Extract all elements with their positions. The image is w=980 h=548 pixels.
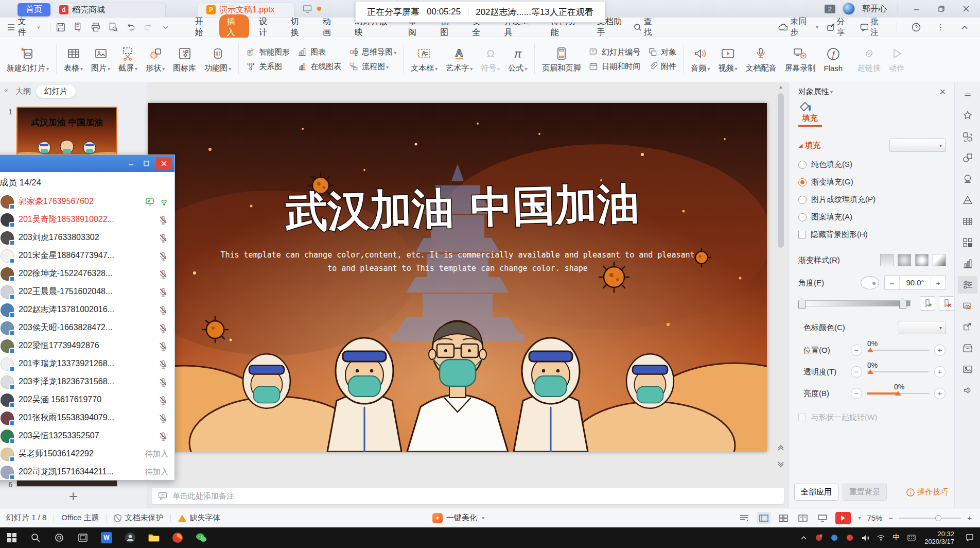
ribbon-screen-record-button[interactable]: 屏幕录制 [781,44,819,75]
ribbon-textbox-button[interactable]: A 文本框▾ [407,44,441,75]
slider-thumb[interactable] [867,348,873,352]
gradient-swatch-linear[interactable] [880,254,894,266]
undo-button[interactable] [123,20,138,35]
member-row[interactable]: 202司龙凯15716344211...待加入 [0,463,174,481]
close-panel-icon[interactable]: ✕ [939,87,946,97]
find-button[interactable]: 查找 [634,16,658,38]
tab-docer-mall[interactable]: d 稻壳商城 [50,3,166,17]
ribbon-slide-number-button[interactable]: # 幻灯片编号 [588,47,640,57]
window-count-badge[interactable]: 2 [825,5,835,13]
gradient-track[interactable] [798,300,911,306]
member-row[interactable]: 202梁恒17739492876 [0,337,174,355]
beautify-button[interactable]: ✦ 一键美化 ▾ [432,513,484,523]
close-button[interactable] [156,158,171,170]
notes-toggle-button[interactable] [738,512,751,524]
muted-mic-icon[interactable] [158,287,168,297]
tray-app1-icon[interactable] [811,527,827,548]
ribbon-image-button[interactable]: 图片▾ [87,44,114,75]
start-button[interactable] [0,527,24,548]
menu-item-插入[interactable]: 插入 [219,14,249,40]
muted-mic-icon[interactable] [158,251,168,261]
gradient-swatch-corner[interactable] [933,254,946,266]
sync-status-button[interactable]: 未同步 ▾ [778,16,818,38]
option-solid-fill[interactable]: 纯色填充(S) [798,160,946,169]
plus-button[interactable]: + [934,388,946,399]
drag-handle-icon[interactable] [958,86,977,104]
ribbon-new-slide-button[interactable]: 新建幻灯片▾ [3,44,52,75]
section-collapse-icon[interactable]: ◢ [798,142,802,149]
ribbon-smart-graphic-button[interactable]: 智能图形 [246,47,290,57]
minus-button[interactable]: − [851,388,862,399]
monitor-icon[interactable] [303,5,312,13]
ribbon-online-chart-button[interactable]: 在线图表 [297,61,341,72]
member-row[interactable]: 202吴涵 15617619770 [0,391,174,409]
ribbon-voiceover-button[interactable]: 文档配音 [742,44,780,75]
ribbon-video-button[interactable]: 视频▾ [714,44,741,75]
more-menu-button[interactable]: ⋮ [933,21,949,34]
ribbon-shape-button[interactable]: 形状▾ [142,44,168,75]
ribbon-wordart-button[interactable]: A 艺术字▾ [442,44,476,75]
task-view-icon[interactable] [71,527,95,548]
minus-button[interactable]: − [851,345,862,356]
layout-grid-icon[interactable] [958,234,977,251]
tips-link[interactable]: i 操作技巧 [906,487,948,497]
muted-mic-icon[interactable] [158,359,168,369]
ribbon-flash-button[interactable]: ƒ Flash [820,44,846,75]
member-row[interactable]: 203刘虎17633803302 [0,229,174,247]
file-explorer-icon[interactable] [142,527,166,548]
muted-mic-icon[interactable] [158,377,168,387]
table-icon[interactable] [958,213,977,230]
new-slide-button[interactable]: + [0,488,147,505]
member-row[interactable]: 203侯天昭-1663828472... [0,319,174,337]
zoom-slider-thumb[interactable] [935,515,941,521]
apply-all-button[interactable]: 全部应用 [794,484,838,501]
maximize-button[interactable] [138,158,154,170]
shapes-icon[interactable] [958,149,977,167]
slide-sorter-button[interactable] [777,512,790,524]
angle-stepper[interactable]: − 90.0° + [884,276,946,290]
ribbon-relation-button[interactable]: 关系图 [246,61,290,72]
ribbon-object-button[interactable]: 对象 [647,47,676,57]
sound-icon[interactable] [958,382,977,399]
gradient-swatch-radial[interactable] [898,254,911,266]
tray-expand-icon[interactable] [796,527,811,548]
muted-mic-icon[interactable] [158,269,168,279]
previous-slide-button[interactable] [776,440,786,455]
next-slide-button[interactable] [776,457,786,472]
slideshow-play-button[interactable] [835,512,851,524]
minus-button[interactable]: − [851,366,862,378]
muted-mic-icon[interactable] [158,341,168,351]
chart-icon[interactable] [958,255,977,272]
ribbon-chart-button[interactable]: 图表 [297,47,341,57]
scroll-up-icon[interactable]: ▲ [777,83,785,91]
member-window-titlebar[interactable] [0,155,174,172]
member-row[interactable]: 202王晨晨-1751602048... [0,283,174,301]
transparency-slider[interactable]: 0% [867,371,929,372]
wps-app-icon[interactable]: W [95,527,118,548]
brightness-slider[interactable]: 0% [867,393,929,394]
browser-app-icon[interactable] [166,527,189,548]
print-button[interactable] [88,20,103,35]
angle-knob[interactable] [861,276,879,289]
menu-item-开始[interactable]: 开始 [187,14,217,40]
member-row[interactable]: 吴老师15036142292待加入 [0,445,174,463]
output-button[interactable] [71,20,86,35]
screen-sharing-banner[interactable]: 正在分享屏幕 00:05:25 202赵志涛......等13人正在观看 [355,1,605,23]
member-row[interactable]: 201李瑞龙13373921268... [0,355,174,373]
ribbon-datetime-button[interactable]: 日期和时间 [588,61,640,72]
member-row[interactable]: 郭家豪17639567602 [0,193,174,211]
close-button[interactable] [957,2,975,15]
scrollbar-thumb[interactable] [778,93,784,248]
save-button[interactable] [53,20,68,35]
member-row[interactable]: 201宋金星18864773947... [0,247,174,265]
shape-swap-icon[interactable] [958,128,977,146]
projector-view-button[interactable] [816,512,829,524]
member-row[interactable]: 203李泽龙18236731568... [0,373,174,391]
ribbon-attachment-button[interactable]: 附件 [647,61,676,72]
meeting-members-window[interactable]: 成员 14/24 郭家豪17639567602 201吴奇隆1853891002… [0,155,175,481]
option-picture-fill[interactable]: 图片或纹理填充(P) [798,195,946,204]
minimize-button[interactable] [908,2,925,15]
picture-icon[interactable] [958,361,977,378]
ribbon-screenshot-button[interactable]: 截屏▾ [115,44,141,75]
tray-app3-icon[interactable] [842,527,857,548]
